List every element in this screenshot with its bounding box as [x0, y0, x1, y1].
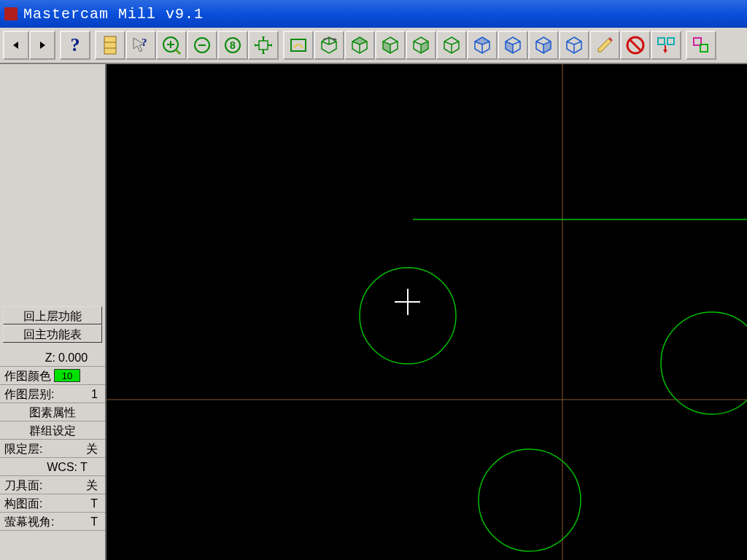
help-button[interactable]: ?: [60, 31, 90, 60]
pick-help-button[interactable]: ?: [125, 31, 156, 60]
cplane-side-button[interactable]: [528, 31, 559, 60]
view-front-button[interactable]: [375, 31, 406, 60]
zoom-out-button[interactable]: [187, 31, 217, 60]
cube-front-icon: [380, 35, 400, 55]
color-label: 作图颜色: [3, 367, 54, 385]
color-swatch: 10: [54, 369, 80, 382]
svg-point-40: [661, 312, 747, 414]
svg-marker-22: [262, 36, 265, 39]
tool-plane-value: 关: [45, 476, 102, 494]
cube-blue-side-icon: [533, 35, 554, 55]
cplane-front-button[interactable]: [498, 31, 528, 60]
main-menu-button[interactable]: 回主功能表: [3, 324, 102, 343]
dyn-rotate-button[interactable]: [314, 31, 344, 60]
geometry-view: [107, 64, 747, 560]
wcs-row[interactable]: WCS: T: [0, 458, 105, 476]
fit-button[interactable]: [248, 31, 279, 60]
file-button[interactable]: [95, 31, 125, 60]
svg-text:?: ?: [142, 36, 147, 48]
back-menu-button[interactable]: 回上层功能: [3, 306, 102, 324]
z-depth-row[interactable]: Z: 0.000: [0, 349, 105, 367]
main-toolbar: ? ? 8: [0, 28, 747, 64]
cube-blue-front-icon: [503, 35, 523, 55]
limit-layer-label: 限定层:: [3, 440, 45, 458]
side-panel: 回上层功能 回主功能表 Z: 0.000 作图颜色 10 作图层别: 1 图素属…: [0, 64, 107, 560]
nav-back-button[interactable]: [3, 31, 29, 60]
attributes-row[interactable]: 图素属性: [0, 403, 105, 421]
limit-layer-value: 关: [45, 440, 102, 458]
app-icon: [4, 7, 18, 20]
cplane-iso-button[interactable]: [559, 31, 589, 60]
repaint-icon: [288, 35, 309, 55]
file-icon: [101, 35, 119, 55]
svg-line-29: [630, 39, 641, 51]
zoom-window-button[interactable]: [156, 31, 187, 60]
pencil-icon: [595, 36, 614, 55]
cplane-top-button[interactable]: [467, 31, 498, 60]
tool-plane-row[interactable]: 刀具面: 关: [0, 476, 105, 494]
view-side-button[interactable]: [406, 31, 436, 60]
rotate-icon: [319, 35, 339, 55]
group-set-label: 群组设定: [29, 421, 76, 440]
title-bar: Mastercam Mill v9.1: [0, 0, 747, 28]
boxes-icon: [656, 35, 676, 55]
clipboard-icon: [692, 36, 711, 55]
svg-marker-20: [255, 44, 258, 47]
gview-label: 萤幕视角:: [3, 513, 57, 531]
cursor-help-icon: ?: [131, 36, 150, 55]
level-value: 1: [57, 385, 102, 403]
view-iso-button[interactable]: [436, 31, 467, 60]
draw-level-row[interactable]: 作图层别: 1: [0, 385, 105, 403]
svg-marker-23: [262, 51, 265, 54]
attributes-label: 图素属性: [29, 403, 76, 421]
drawing-canvas[interactable]: [107, 64, 747, 560]
svg-rect-30: [658, 38, 665, 44]
svg-point-41: [479, 449, 581, 551]
svg-marker-1: [40, 42, 45, 49]
zoom-scale-icon: 8: [222, 34, 244, 56]
cplane-row[interactable]: 构图面: T: [0, 494, 105, 513]
z-value: 0.000: [58, 349, 102, 367]
svg-marker-0: [13, 42, 18, 49]
svg-rect-31: [667, 38, 674, 44]
cube-side-icon: [411, 35, 431, 55]
gview-row[interactable]: 萤幕视角: T: [0, 513, 105, 531]
svg-marker-26: [598, 39, 611, 52]
fit-icon: [253, 35, 274, 55]
svg-marker-21: [269, 44, 272, 47]
cube-iso-icon: [441, 35, 462, 55]
cplane-label: 构图面:: [3, 494, 45, 513]
zoom-out-icon: [191, 34, 213, 56]
cube-blue-iso-icon: [564, 35, 584, 55]
level-label: 作图层别:: [3, 385, 57, 403]
cube-blue-top-icon: [472, 35, 492, 55]
wcs-label: WCS:: [3, 458, 80, 476]
nav-forward-button[interactable]: [29, 31, 55, 60]
app-title: Mastercam Mill v9.1: [23, 6, 204, 23]
draw-color-row[interactable]: 作图颜色 10: [0, 367, 105, 385]
view-top-button[interactable]: [344, 31, 375, 60]
undelete-button[interactable]: [651, 31, 681, 60]
svg-rect-2: [104, 36, 116, 54]
tool-plane-label: 刀具面:: [3, 476, 45, 494]
draw-button[interactable]: [589, 31, 620, 60]
work-area: 回上层功能 回主功能表 Z: 0.000 作图颜色 10 作图层别: 1 图素属…: [0, 64, 747, 560]
svg-text:8: 8: [230, 39, 236, 51]
limit-layer-row[interactable]: 限定层: 关: [0, 440, 105, 458]
cube-top-icon: [349, 35, 370, 55]
cplane-value: T: [45, 494, 102, 513]
svg-point-39: [360, 268, 456, 364]
zoom-in-icon: [160, 34, 182, 56]
zoom-8-button[interactable]: 8: [217, 31, 248, 60]
clipboard-button[interactable]: [686, 31, 716, 60]
z-label: Z:: [3, 349, 58, 367]
group-set-row[interactable]: 群组设定: [0, 421, 105, 440]
wcs-value: T: [80, 458, 102, 476]
no-entry-icon: [625, 35, 646, 55]
delete-button[interactable]: [620, 31, 651, 60]
svg-rect-15: [259, 41, 268, 50]
repaint-button[interactable]: [283, 31, 314, 60]
svg-line-10: [176, 50, 180, 54]
gview-value: T: [57, 513, 102, 531]
